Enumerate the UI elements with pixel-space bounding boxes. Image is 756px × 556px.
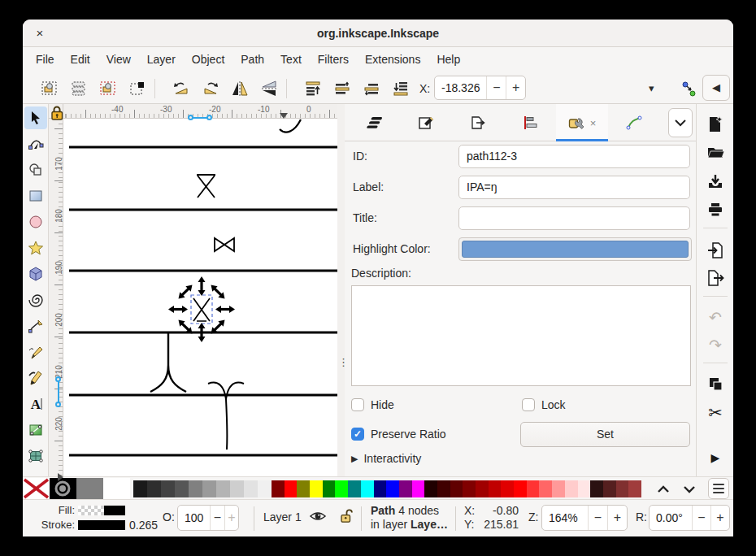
rotation-value[interactable]: 0.00° <box>650 506 692 530</box>
palette-swatch[interactable] <box>489 480 502 497</box>
star-tool[interactable] <box>24 237 47 259</box>
menu-path[interactable]: Path <box>232 50 272 69</box>
zoom-value[interactable]: 164% <box>542 506 588 530</box>
palette-swatch[interactable] <box>476 480 489 497</box>
shape-builder-tool[interactable] <box>24 159 47 181</box>
palette-swatch[interactable] <box>386 480 399 497</box>
set-button[interactable]: Set <box>520 422 690 447</box>
undo-icon[interactable]: ↶ <box>705 306 726 328</box>
flip-vertical-icon[interactable] <box>259 78 280 99</box>
select-all-icon[interactable] <box>39 78 60 99</box>
gradient-tool[interactable] <box>24 419 47 441</box>
palette-swatch[interactable] <box>527 480 540 497</box>
raise-icon[interactable] <box>332 78 353 99</box>
rotate-ccw-icon[interactable] <box>171 78 192 99</box>
tab-path-effects[interactable] <box>608 104 660 141</box>
tab-align-distribute[interactable] <box>504 104 556 141</box>
menu-text[interactable]: Text <box>272 50 310 69</box>
palette-swatch[interactable] <box>514 480 527 497</box>
selector-tool[interactable] <box>24 106 47 129</box>
palette-menu-button[interactable] <box>708 478 729 499</box>
palette-swatch[interactable] <box>552 480 565 497</box>
print-icon[interactable] <box>705 199 726 220</box>
lower-to-bottom-icon[interactable] <box>390 78 411 99</box>
box-3d-tool[interactable] <box>24 263 47 285</box>
raise-to-top-icon[interactable] <box>302 78 324 99</box>
palette-swatch[interactable] <box>628 480 641 497</box>
palette-swatch[interactable] <box>374 480 387 497</box>
palette-swatch[interactable] <box>437 480 450 497</box>
deselect-icon[interactable] <box>98 78 119 99</box>
node-editor-tool[interactable] <box>24 132 47 155</box>
document-new-icon[interactable] <box>705 114 726 135</box>
menu-extensions[interactable]: Extensions <box>357 50 428 69</box>
lock-checkbox[interactable] <box>522 398 535 411</box>
tab-fill-stroke[interactable] <box>400 104 452 141</box>
preserve-ratio-row[interactable]: ✓ Preserve Ratio <box>351 428 446 441</box>
layer-unlocked-icon[interactable] <box>338 508 354 527</box>
field-input-title[interactable] <box>458 206 690 230</box>
mesh-gradient-tool[interactable] <box>24 445 47 467</box>
x-increment-button[interactable]: + <box>506 76 525 99</box>
opacity-decrement[interactable]: − <box>210 506 224 530</box>
palette-swatch[interactable] <box>310 480 323 497</box>
pen-tool[interactable] <box>24 315 47 337</box>
current-layer-label[interactable]: Layer 1 <box>263 510 302 523</box>
tab-object-properties[interactable]: × <box>556 104 608 141</box>
palette-swatch[interactable] <box>323 480 336 497</box>
hide-checkbox-row[interactable]: Hide <box>351 398 394 411</box>
palette-swatch[interactable] <box>335 480 348 497</box>
palette-swatch[interactable] <box>348 480 361 497</box>
field-input-id[interactable]: path112-3 <box>458 145 690 168</box>
palette-scroll-up-icon[interactable] <box>657 482 670 497</box>
zoom-input[interactable]: 164% − + <box>541 505 628 531</box>
palette-white-swatch[interactable] <box>103 478 130 499</box>
palette-swatch[interactable] <box>133 480 147 497</box>
menu-filters[interactable]: Filters <box>310 50 357 69</box>
lock-checkbox-row[interactable]: Lock <box>522 398 566 411</box>
duplicate-icon[interactable] <box>705 373 726 394</box>
palette-swatch[interactable] <box>590 480 603 497</box>
calligraphy-tool[interactable] <box>24 367 47 389</box>
selection-box-toggle-icon[interactable] <box>127 78 148 99</box>
layer-visibility-eye-icon[interactable] <box>309 509 327 526</box>
palette-swatch[interactable] <box>412 480 425 497</box>
rotation-increment[interactable]: + <box>710 506 729 530</box>
palette-swatch[interactable] <box>463 480 476 497</box>
x-coordinate-input[interactable]: -18.326 − + <box>434 76 526 100</box>
stroke-swatch[interactable] <box>78 520 125 530</box>
palette-swatch[interactable] <box>175 480 189 497</box>
preserve-ratio-checkbox[interactable]: ✓ <box>351 428 364 441</box>
hide-checkbox[interactable] <box>351 398 364 411</box>
tab-close-icon[interactable]: × <box>590 117 597 129</box>
import-icon[interactable] <box>705 240 726 261</box>
pane-splitter[interactable]: ⋮ <box>337 104 345 476</box>
palette-gray-swatch[interactable] <box>76 478 103 499</box>
palette-swatch[interactable] <box>616 480 629 497</box>
palette-swatch[interactable] <box>424 480 437 497</box>
opacity-value[interactable]: 100 <box>178 506 210 530</box>
menu-help[interactable]: Help <box>428 50 468 69</box>
zoom-increment[interactable]: + <box>607 506 627 530</box>
description-textarea[interactable] <box>351 285 691 386</box>
spiral-tool[interactable] <box>24 289 47 311</box>
document-save-icon[interactable] <box>705 171 726 192</box>
canvas[interactable] <box>63 119 337 476</box>
palette-swatch[interactable] <box>450 480 463 497</box>
menu-object[interactable]: Object <box>184 50 232 69</box>
palette-scroll-down-icon[interactable] <box>683 482 696 497</box>
zoom-decrement[interactable]: − <box>588 506 607 530</box>
palette-swatch[interactable] <box>189 480 202 497</box>
ellipse-tool[interactable] <box>24 211 47 233</box>
highlight-color-button[interactable] <box>458 237 692 261</box>
flip-horizontal-icon[interactable] <box>229 78 250 99</box>
palette-swatch[interactable] <box>258 480 272 497</box>
opacity-increment[interactable]: + <box>224 506 238 530</box>
palette-swatch[interactable] <box>161 480 175 497</box>
rotation-decrement[interactable]: − <box>692 506 710 530</box>
menu-layer[interactable]: Layer <box>139 50 184 69</box>
palette-swatch[interactable] <box>297 480 310 497</box>
palette-swatch[interactable] <box>399 480 412 497</box>
tab-layers[interactable] <box>348 104 400 141</box>
guide-lock-icon[interactable] <box>50 105 64 124</box>
